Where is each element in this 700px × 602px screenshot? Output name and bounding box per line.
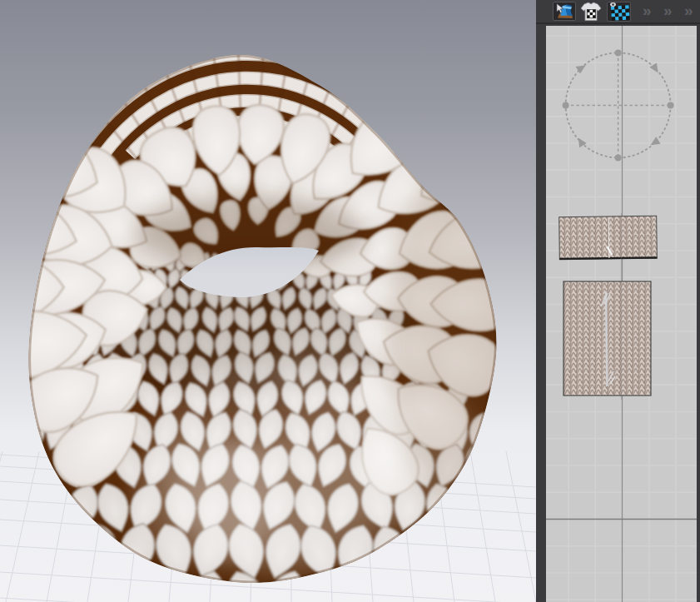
svg-text:»: » <box>663 2 673 19</box>
svg-text:»: » <box>643 2 652 19</box>
svg-text:»: » <box>684 2 693 19</box>
